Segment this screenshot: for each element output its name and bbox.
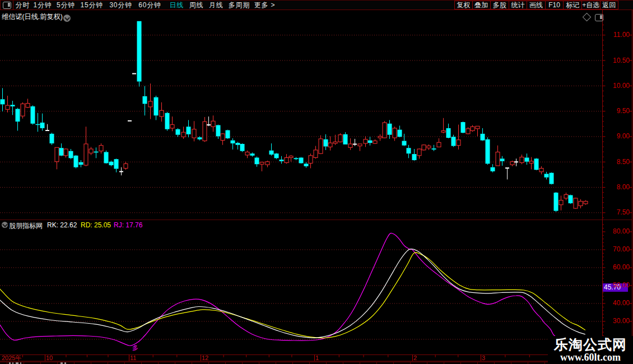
candle-down	[432, 148, 436, 150]
candle-up	[427, 146, 431, 148]
candle-up	[529, 161, 533, 164]
indicator-dropdown-icon[interactable]	[2, 222, 8, 228]
title-bar: 维信诺(日线.前复权)	[0, 10, 633, 22]
candle-up	[378, 136, 382, 138]
menu-item-5[interactable]: 30分钟	[109, 1, 132, 9]
candle-up	[520, 157, 524, 163]
candle-up	[289, 156, 293, 158]
menu-item-1[interactable]: 分时	[16, 1, 30, 9]
candle-up	[211, 121, 215, 127]
candle-down	[198, 137, 202, 139]
toolbar-button-1[interactable]: 复权	[454, 1, 473, 10]
candle-down	[31, 106, 35, 124]
candle-up	[333, 142, 337, 143]
diamond-icon[interactable]	[583, 13, 592, 22]
candle-down	[16, 109, 20, 122]
candle-down	[412, 154, 417, 160]
candle-down	[299, 157, 304, 163]
indicator-value-1: RK: 22.62	[47, 221, 77, 229]
candle-down	[491, 167, 495, 171]
window-left-border	[0, 0, 1, 10]
price-axis-label: 10.00	[603, 82, 630, 89]
candle-down	[269, 151, 274, 155]
candle-down	[294, 158, 299, 159]
candle-up	[21, 104, 25, 116]
chart-canvas: 多	[0, 0, 633, 364]
candle-up	[64, 149, 68, 156]
sidebar-toggle-button[interactable]	[1, 1, 13, 10]
toolbar-button-2[interactable]: 叠加	[472, 1, 491, 10]
toolbar-button-8[interactable]: +自选	[581, 1, 601, 10]
candle-down	[79, 162, 83, 165]
candle-up	[564, 195, 568, 198]
candle-down	[280, 160, 284, 161]
indicator-name[interactable]: 股朋指标网	[9, 221, 43, 231]
candle-up	[124, 164, 128, 168]
app-window: 多 分时1分钟5分钟15分钟30分钟60分钟日线周线月线多周期更多 > 复权叠加…	[0, 0, 633, 364]
price-axis-label: 9.50	[603, 108, 630, 114]
toolbar-button-4[interactable]: 统计	[509, 1, 528, 10]
candle-up	[383, 123, 387, 138]
candle-up	[266, 162, 269, 165]
candle-down	[388, 124, 392, 135]
toolbar-button-9[interactable]: 返回	[600, 1, 619, 10]
candle-down	[187, 127, 191, 134]
indicator-axis-label: 50.00	[603, 282, 630, 288]
panel-toggle-icon-right[interactable]	[593, 13, 603, 21]
candle-up	[559, 200, 563, 205]
indicator-axis-label: 70.00	[603, 246, 630, 253]
watermark-site-url: www.60lt.com	[548, 352, 633, 363]
candle-down	[368, 141, 373, 143]
candle-down	[236, 143, 240, 145]
candle-up	[496, 152, 500, 165]
indicator-line-rk	[0, 249, 585, 338]
candle-up	[373, 141, 377, 144]
month-label: 11	[130, 355, 136, 361]
candle-down	[240, 144, 245, 151]
menu-item-10[interactable]: 多周期	[229, 1, 250, 9]
candle-up	[584, 201, 588, 204]
toolbar-button-6[interactable]: F10	[545, 1, 564, 10]
menu-item-6[interactable]: 60分钟	[138, 1, 161, 9]
toolbar-button-5[interactable]: 画线	[527, 1, 546, 10]
candle-up	[221, 134, 225, 141]
title-dropdown-icon[interactable]	[63, 15, 71, 22]
price-axis-label: 10.50	[603, 57, 630, 64]
bottom-strip-textfrag	[64, 363, 66, 364]
price-axis-label: 8.50	[603, 158, 630, 165]
bottom-strip-textfrag	[9, 363, 11, 364]
candle-up	[148, 101, 152, 107]
candle-up	[422, 145, 426, 150]
menu-item-7[interactable]: 日线	[170, 1, 184, 9]
candle-up	[260, 162, 264, 165]
candle-down	[500, 158, 505, 161]
candle-up	[471, 127, 474, 130]
candle-up	[192, 129, 196, 138]
candle-down	[274, 153, 279, 158]
toolbar-button-3[interactable]: 多股	[490, 1, 509, 10]
candle-down	[544, 174, 549, 177]
candle-down	[486, 139, 490, 164]
candle-down	[255, 157, 259, 164]
candle-down	[569, 195, 573, 203]
stock-title[interactable]: 维信诺(日线.前复权)	[2, 12, 63, 22]
bottom-strip-textfrag	[20, 363, 21, 364]
month-label: 2	[413, 355, 417, 361]
candle-up	[55, 147, 59, 161]
candle-down	[550, 173, 554, 184]
menu-item-3[interactable]: 5分钟	[57, 1, 75, 9]
year-label: 2025年	[2, 355, 21, 361]
candle-down	[250, 153, 255, 156]
month-label: 1	[315, 355, 319, 361]
candle-up	[99, 146, 103, 151]
menu-item-8[interactable]: 周线	[189, 1, 204, 9]
candle-down	[402, 141, 407, 146]
candle-up	[6, 105, 10, 109]
toolbar-button-7[interactable]: 标记	[563, 1, 582, 10]
candle-down	[94, 152, 99, 153]
menu-item-4[interactable]: 15分钟	[81, 1, 104, 9]
candle-up	[338, 135, 342, 142]
menu-item-9[interactable]: 月线	[209, 1, 224, 9]
menu-item-2[interactable]: 1分钟	[34, 1, 52, 9]
menu-item-11[interactable]: 更多 >	[254, 1, 276, 9]
